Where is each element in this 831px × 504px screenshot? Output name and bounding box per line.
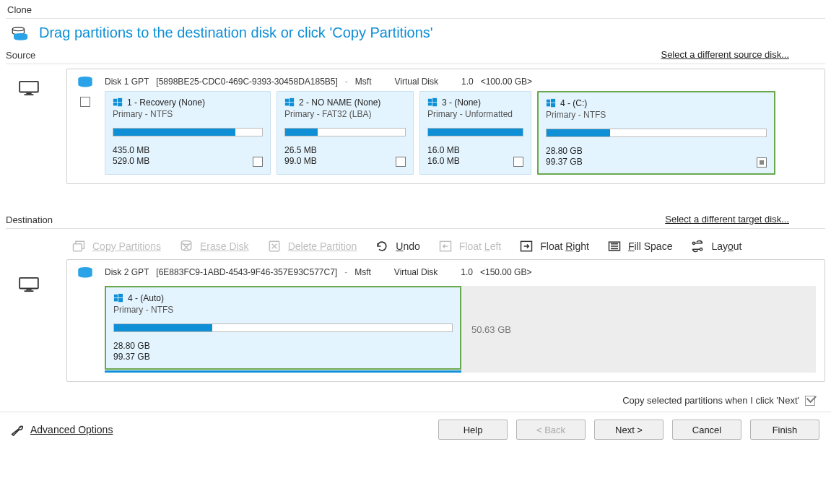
delete-partition-button[interactable]: Delete Partition bbox=[266, 239, 357, 253]
usage-bar bbox=[113, 128, 263, 136]
destination-disk-header: Disk 2 GPT [6E883FC9-1ABD-4543-9F46-357E… bbox=[105, 266, 816, 282]
select-target-disk-link[interactable]: Select a different target disk... bbox=[665, 214, 789, 225]
advanced-options-link[interactable]: Advanced Options bbox=[30, 424, 113, 435]
partition-checkbox[interactable] bbox=[253, 157, 263, 167]
banner-text: Drag partitions to the destination disk … bbox=[39, 25, 433, 41]
layout-button[interactable]: Layout bbox=[689, 239, 741, 253]
svg-rect-20 bbox=[547, 103, 550, 106]
cancel-button[interactable]: Cancel bbox=[672, 420, 741, 440]
svg-rect-11 bbox=[290, 98, 294, 102]
destination-disk-panel: Disk 2 GPT [6E883FC9-1ABD-4543-9F46-357E… bbox=[66, 259, 825, 382]
copy-partitions-button[interactable]: Copy Partitions bbox=[71, 239, 161, 253]
svg-point-38 bbox=[19, 426, 21, 427]
destination-partition[interactable]: 4 - (Auto) Primary - NTFS 28.80 GB 99.37… bbox=[105, 286, 461, 370]
svg-rect-36 bbox=[114, 298, 118, 301]
partition-checkbox[interactable] bbox=[513, 157, 523, 167]
banner-disk-icon bbox=[10, 26, 29, 40]
svg-rect-19 bbox=[551, 99, 555, 103]
partition-title: 3 - (None) bbox=[442, 97, 481, 108]
float-left-button[interactable]: Float Left bbox=[438, 239, 501, 253]
undo-button[interactable]: Undo bbox=[374, 239, 419, 253]
source-partition[interactable]: 4 - (C:)Primary - NTFS28.80 GB99.37 GB bbox=[537, 91, 775, 175]
used-size: 28.80 GB bbox=[546, 146, 583, 157]
svg-rect-12 bbox=[285, 103, 289, 105]
windows-icon bbox=[113, 293, 123, 303]
source-partition[interactable]: 3 - (None)Primary - Unformatted16.0 MB16… bbox=[419, 91, 531, 175]
fill-space-button[interactable]: Fill Space bbox=[606, 239, 672, 253]
windows-icon bbox=[427, 97, 438, 108]
svg-rect-2 bbox=[19, 82, 38, 92]
svg-rect-35 bbox=[118, 294, 123, 297]
svg-point-26 bbox=[181, 241, 191, 245]
svg-rect-22 bbox=[19, 278, 38, 289]
partition-sub: Primary - Unformatted bbox=[427, 109, 523, 119]
partition-sub: Primary - FAT32 (LBA) bbox=[284, 109, 406, 119]
partition-title: 1 - Recovery (None) bbox=[127, 97, 205, 108]
fill-icon bbox=[606, 239, 622, 253]
partition-title: 2 - NO NAME (None) bbox=[299, 97, 380, 108]
svg-rect-14 bbox=[428, 99, 432, 102]
svg-point-31 bbox=[693, 242, 695, 244]
usage-bar bbox=[546, 129, 767, 137]
svg-rect-21 bbox=[551, 103, 555, 107]
svg-rect-4 bbox=[25, 94, 34, 95]
svg-rect-6 bbox=[113, 99, 117, 102]
layout-icon bbox=[689, 239, 705, 253]
finish-button[interactable]: Finish bbox=[750, 420, 819, 440]
svg-rect-37 bbox=[118, 298, 123, 302]
svg-rect-24 bbox=[25, 290, 34, 292]
float-right-icon bbox=[518, 239, 534, 253]
partition-checkbox[interactable] bbox=[396, 157, 406, 167]
partition-checkbox[interactable] bbox=[757, 157, 767, 168]
copy-note-checkbox[interactable] bbox=[805, 396, 815, 406]
svg-rect-34 bbox=[114, 295, 118, 297]
select-source-disk-link[interactable]: Select a different source disk... bbox=[661, 49, 789, 60]
svg-rect-18 bbox=[547, 100, 550, 103]
used-size: 26.5 MB bbox=[284, 145, 317, 156]
help-button[interactable]: Help bbox=[438, 420, 508, 440]
svg-rect-9 bbox=[118, 103, 122, 106]
used-size: 16.0 MB bbox=[427, 145, 460, 156]
total-size: 16.0 MB bbox=[427, 156, 460, 167]
source-disk-panel: Disk 1 GPT [5898BE25-CDC0-469C-9393-3045… bbox=[66, 69, 825, 184]
erase-disk-button[interactable]: Erase Disk bbox=[178, 239, 249, 253]
partition-title: 4 - (C:) bbox=[560, 98, 587, 108]
monitor-icon bbox=[18, 277, 40, 292]
copy-note-text: Copy selected partitions when I click 'N… bbox=[622, 395, 799, 406]
usage-bar bbox=[427, 128, 523, 136]
total-size: 99.37 GB bbox=[546, 157, 583, 168]
disk-icon bbox=[76, 75, 95, 90]
svg-rect-8 bbox=[113, 103, 117, 105]
partition-sub: Primary - NTFS bbox=[113, 109, 263, 119]
windows-icon bbox=[546, 98, 556, 108]
destination-label: Destination bbox=[6, 210, 60, 228]
back-button[interactable]: < Back bbox=[516, 420, 586, 440]
svg-rect-25 bbox=[74, 244, 82, 251]
windows-icon bbox=[113, 97, 123, 108]
next-button[interactable]: Next > bbox=[594, 420, 664, 440]
erase-icon bbox=[178, 239, 194, 253]
svg-rect-3 bbox=[26, 92, 31, 94]
svg-rect-10 bbox=[285, 99, 289, 102]
wrench-icon bbox=[9, 423, 25, 436]
section-clone-label: Clone bbox=[0, 0, 831, 18]
source-disk-checkbox[interactable] bbox=[80, 97, 90, 107]
used-size: 435.0 MB bbox=[113, 145, 149, 156]
source-disk-header: Disk 1 GPT [5898BE25-CDC0-469C-9393-3045… bbox=[105, 75, 816, 91]
svg-rect-7 bbox=[118, 98, 122, 102]
svg-rect-13 bbox=[290, 103, 294, 106]
partition-sub: Primary - NTFS bbox=[546, 110, 767, 120]
usage-bar bbox=[113, 323, 453, 332]
total-size: 529.0 MB bbox=[113, 156, 149, 167]
monitor-icon bbox=[18, 80, 40, 96]
usage-bar bbox=[284, 128, 406, 136]
float-right-button[interactable]: Float Right bbox=[518, 239, 589, 253]
svg-point-0 bbox=[12, 27, 24, 30]
source-partition[interactable]: 2 - NO NAME (None)Primary - FAT32 (LBA)2… bbox=[277, 91, 414, 175]
disk-icon bbox=[76, 266, 95, 280]
free-space-block[interactable]: 50.63 GB bbox=[461, 286, 816, 373]
source-partition[interactable]: 1 - Recovery (None)Primary - NTFS435.0 M… bbox=[105, 91, 271, 175]
svg-rect-17 bbox=[432, 103, 437, 106]
source-label: Source bbox=[6, 45, 43, 64]
svg-point-32 bbox=[700, 248, 702, 251]
